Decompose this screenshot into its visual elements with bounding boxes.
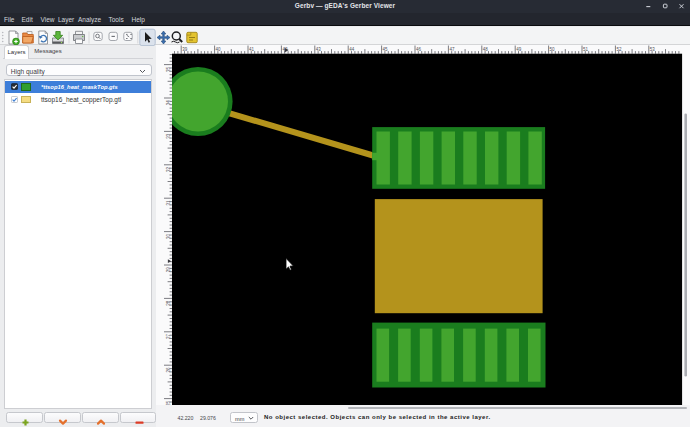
svg-text:47: 47 — [449, 47, 455, 52]
svg-text:29: 29 — [166, 266, 171, 272]
svg-text:27: 27 — [166, 333, 171, 339]
svg-text:49: 49 — [516, 47, 522, 52]
svg-text:33: 33 — [166, 133, 171, 139]
svg-text:51: 51 — [583, 47, 589, 52]
svg-text:53: 53 — [650, 47, 656, 52]
svg-text:44: 44 — [349, 47, 355, 52]
svg-text:43: 43 — [316, 47, 322, 52]
svg-text:34: 34 — [166, 99, 171, 105]
svg-text:39: 39 — [182, 47, 188, 52]
svg-text:48: 48 — [483, 47, 489, 52]
svg-text:28: 28 — [166, 300, 171, 306]
svg-text:46: 46 — [416, 47, 422, 52]
svg-text:32: 32 — [166, 166, 171, 172]
svg-text:30: 30 — [166, 233, 171, 239]
svg-text:41: 41 — [249, 47, 255, 52]
svg-text:52: 52 — [616, 47, 622, 52]
svg-text:40: 40 — [216, 47, 222, 52]
svg-text:26: 26 — [166, 366, 171, 372]
svg-text:50: 50 — [550, 47, 556, 52]
svg-text:45: 45 — [383, 47, 389, 52]
svg-text:31: 31 — [166, 199, 171, 205]
svg-text:35: 35 — [166, 66, 171, 72]
